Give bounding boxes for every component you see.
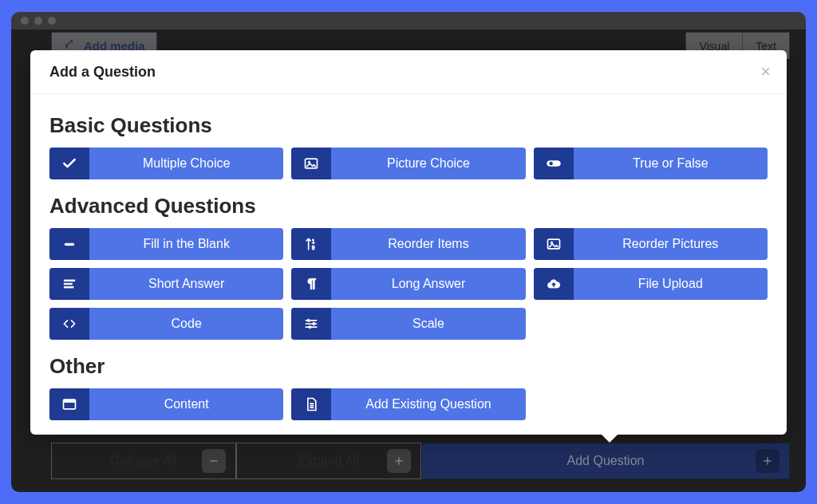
qtype-scale-button[interactable]: Scale [291,308,525,340]
modal-arrow [600,433,619,443]
svg-rect-2 [398,457,399,464]
question-type-grid: ContentAdd Existing Question [49,388,768,420]
plus-circle-icon [756,449,780,473]
minus-circle-icon [202,449,226,473]
browser-window: Add media Visual Text Collapse All Expan… [11,12,806,492]
qtype-label: Add Existing Question [331,388,525,420]
qtype-label: Content [89,388,283,420]
qtype-label: Short Answer [89,268,283,300]
qtype-picture-choice-button[interactable]: Picture Choice [291,148,525,179]
window-dot [48,17,56,25]
bottom-bar: Collapse All Expand All Add Question [51,443,790,479]
qtype-label: Reorder Pictures [574,228,768,260]
qtype-reorder-pictures-button[interactable]: Reorder Pictures [534,228,768,260]
qtype-reorder-items-button[interactable]: Reorder Items [291,228,525,260]
doc-icon [291,388,331,420]
collapse-all-label: Collapse All [110,454,177,468]
section-title: Basic Questions [49,113,768,138]
window-dot [21,17,29,25]
qtype-label: File Upload [574,268,768,300]
qtype-label: Scale [331,308,525,340]
plus-circle-icon [387,449,411,473]
image-icon [291,148,331,179]
qtype-label: Code [89,308,283,340]
sliders-icon [291,308,331,340]
expand-all-label: Expand All [298,454,359,468]
window-dot [34,17,42,25]
paragraph-icon [291,268,331,300]
reorder-icon [291,228,331,260]
cloud-up-icon [534,268,574,300]
qtype-label: Picture Choice [331,148,525,179]
add-question-modal: Add a Question × Basic QuestionsMultiple… [30,50,787,435]
lines-icon [49,268,89,300]
qtype-content-button[interactable]: Content [49,388,283,420]
qtype-label: Fill in the Blank [89,228,283,260]
svg-rect-4 [767,457,768,464]
qtype-short-answer-button[interactable]: Short Answer [49,268,283,300]
qtype-label: Reorder Items [331,228,525,260]
svg-rect-0 [210,460,217,461]
section-title: Other [49,354,768,379]
question-type-grid: Multiple ChoicePicture ChoiceTrue or Fal… [49,148,768,179]
qtype-label: Multiple Choice [89,148,283,179]
close-icon[interactable]: × [760,61,771,82]
toggle-icon [534,148,574,179]
qtype-label: Long Answer [331,268,525,300]
panel-icon [49,388,89,420]
check-icon [49,148,89,179]
modal-title: Add a Question [49,64,156,81]
qtype-true-or-false-button[interactable]: True or False [534,148,768,179]
modal-header: Add a Question × [30,50,787,94]
section-title: Advanced Questions [49,194,768,219]
qtype-fill-in-the-blank-button[interactable]: Fill in the Blank [49,228,283,260]
image-icon [534,228,574,260]
qtype-add-existing-question-button[interactable]: Add Existing Question [291,388,525,420]
minus-icon [49,228,89,260]
qtype-long-answer-button[interactable]: Long Answer [291,268,525,300]
qtype-label: True or False [574,148,768,179]
qtype-multiple-choice-button[interactable]: Multiple Choice [49,148,283,179]
code-icon [49,308,89,340]
collapse-all-button[interactable]: Collapse All [51,443,236,479]
add-question-button[interactable]: Add Question [421,443,790,479]
question-type-grid: Fill in the BlankReorder ItemsReorder Pi… [49,228,768,340]
add-question-label: Add Question [567,454,645,468]
expand-all-button[interactable]: Expand All [236,443,421,479]
qtype-code-button[interactable]: Code [49,308,283,340]
qtype-file-upload-button[interactable]: File Upload [534,268,768,300]
window-titlebar [11,12,806,30]
